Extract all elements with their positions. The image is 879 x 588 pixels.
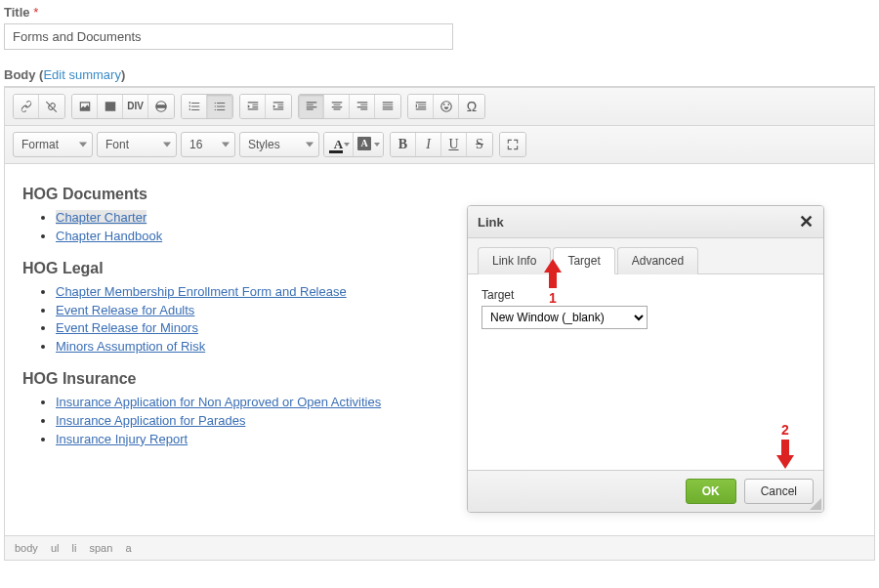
path-item[interactable]: a: [125, 542, 131, 554]
elements-path: body ul li span a: [5, 535, 874, 560]
tab-target[interactable]: Target: [553, 247, 614, 274]
path-item[interactable]: li: [72, 542, 77, 554]
target-label: Target: [481, 288, 810, 302]
styles-select[interactable]: Styles: [239, 132, 319, 157]
iframe-icon[interactable]: [148, 95, 174, 118]
edit-summary-link[interactable]: Edit summary: [43, 67, 120, 82]
align-justify-icon[interactable]: [375, 95, 400, 118]
toolbar-row-2: Format Font 16 Styles A A B I U S: [5, 126, 874, 164]
dialog-titlebar[interactable]: Link ✕: [468, 206, 823, 238]
dialog-body: Target New Window (_blank) 1: [468, 274, 823, 470]
content-link[interactable]: Event Release for Adults: [56, 303, 194, 317]
resize-grip-icon[interactable]: [810, 498, 821, 510]
image-icon[interactable]: [72, 95, 98, 118]
div-icon[interactable]: DIV: [123, 95, 148, 118]
font-size-select[interactable]: 16: [181, 132, 235, 157]
align-left-icon[interactable]: [299, 95, 324, 118]
tab-advanced[interactable]: Advanced: [617, 247, 698, 274]
link-icon[interactable]: [14, 95, 39, 118]
title-label: Title *: [4, 5, 875, 20]
link-dialog: Link ✕ Link Info Target Advanced Target …: [467, 205, 824, 513]
target-select[interactable]: New Window (_blank): [481, 306, 648, 329]
indent-icon[interactable]: [266, 95, 291, 118]
content-link[interactable]: Event Release for Minors: [56, 320, 198, 335]
font-select[interactable]: Font: [97, 132, 177, 157]
content-link[interactable]: Insurance Application for Non Approved o…: [56, 395, 381, 409]
close-icon[interactable]: ✕: [799, 213, 814, 231]
bullet-list-icon[interactable]: [207, 95, 232, 118]
special-char-icon[interactable]: Ω: [459, 95, 484, 118]
body-label: Body (Edit summary): [4, 67, 875, 82]
heading-hog-documents: HOG Documents: [22, 186, 857, 203]
path-item[interactable]: body: [15, 542, 38, 554]
toolbar-row-1: DIV Ω: [5, 88, 874, 126]
content-link[interactable]: Insurance Injury Report: [56, 432, 188, 446]
link-chapter-handbook[interactable]: Chapter Handbook: [56, 229, 162, 243]
maximize-icon[interactable]: [500, 133, 525, 156]
path-item[interactable]: span: [90, 542, 113, 554]
title-input[interactable]: [4, 23, 453, 50]
italic-button[interactable]: I: [416, 133, 441, 156]
tab-link-info[interactable]: Link Info: [478, 247, 551, 274]
unlink-icon[interactable]: [39, 95, 64, 118]
underline-button[interactable]: U: [441, 133, 467, 156]
numbered-list-icon[interactable]: [182, 95, 207, 118]
format-select[interactable]: Format: [13, 132, 93, 157]
dialog-footer: OK Cancel: [468, 470, 823, 512]
ok-button[interactable]: OK: [686, 479, 736, 504]
align-right-icon[interactable]: [350, 95, 375, 118]
dialog-title-text: Link: [478, 215, 504, 230]
text-color-button[interactable]: A: [324, 133, 354, 156]
content-link[interactable]: Chapter Membership Enrollment Form and R…: [56, 284, 347, 299]
align-center-icon[interactable]: [324, 95, 350, 118]
content-link[interactable]: Minors Assumption of Risk: [56, 339, 205, 354]
bg-color-button[interactable]: A: [354, 133, 383, 156]
strike-button[interactable]: S: [467, 133, 492, 156]
path-item[interactable]: ul: [51, 542, 60, 554]
blockquote-icon[interactable]: [408, 95, 434, 118]
outdent-icon[interactable]: [240, 95, 266, 118]
smiley-icon[interactable]: [434, 95, 459, 118]
bold-button[interactable]: B: [391, 133, 416, 156]
dialog-tabs: Link Info Target Advanced: [468, 238, 823, 274]
cancel-button[interactable]: Cancel: [744, 479, 814, 504]
link-chapter-charter[interactable]: Chapter Charter: [56, 210, 146, 225]
content-link[interactable]: Insurance Application for Parades: [56, 413, 245, 428]
table-icon[interactable]: [98, 95, 123, 118]
